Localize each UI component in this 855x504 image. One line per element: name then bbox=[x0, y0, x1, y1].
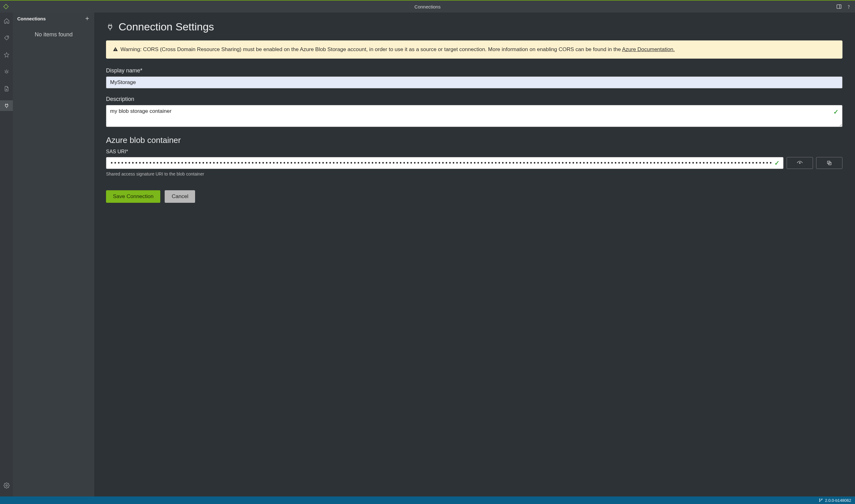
svg-marker-5 bbox=[4, 53, 9, 57]
window-title: Connections bbox=[0, 4, 855, 10]
svg-point-3 bbox=[849, 8, 849, 8]
nav-home[interactable] bbox=[0, 16, 13, 26]
display-name-input[interactable] bbox=[106, 76, 842, 88]
cors-warning-text: Warning: CORS (Cross Domain Resource Sha… bbox=[120, 47, 622, 52]
nav-rail bbox=[0, 13, 13, 497]
check-icon: ✓ bbox=[774, 159, 780, 167]
warning-icon bbox=[113, 47, 118, 52]
nav-insights[interactable] bbox=[0, 67, 13, 77]
nav-tags[interactable] bbox=[0, 33, 13, 43]
display-name-label: Display name* bbox=[106, 67, 842, 74]
nav-star[interactable] bbox=[0, 50, 13, 60]
add-connection-button[interactable] bbox=[84, 16, 90, 21]
nav-settings[interactable] bbox=[0, 480, 13, 491]
svg-line-9 bbox=[8, 70, 8, 71]
svg-point-20 bbox=[819, 499, 820, 499]
connections-empty-message: No items found bbox=[13, 31, 94, 38]
svg-point-14 bbox=[6, 485, 7, 486]
content-area: Connection Settings Warning: CORS (Cross… bbox=[95, 13, 855, 497]
description-input[interactable]: my blob storage container bbox=[106, 105, 842, 127]
svg-point-21 bbox=[819, 501, 820, 502]
svg-line-8 bbox=[5, 70, 5, 71]
branch-icon bbox=[819, 498, 823, 502]
sas-uri-input[interactable] bbox=[106, 157, 784, 169]
description-label: Description bbox=[106, 96, 842, 103]
svg-point-6 bbox=[5, 71, 7, 73]
copy-icon bbox=[826, 160, 832, 166]
svg-point-17 bbox=[799, 162, 800, 163]
svg-marker-0 bbox=[4, 4, 8, 9]
app-logo-icon bbox=[3, 4, 9, 10]
sas-uri-hint: Shared access signature URI to the blob … bbox=[106, 172, 842, 177]
toggle-visibility-button[interactable] bbox=[787, 157, 813, 169]
save-connection-button[interactable]: Save Connection bbox=[106, 190, 160, 203]
connections-panel-title: Connections bbox=[17, 16, 46, 21]
svg-point-4 bbox=[7, 37, 8, 37]
page-title: Connection Settings bbox=[119, 21, 214, 33]
nav-file-add[interactable] bbox=[0, 83, 13, 94]
cors-warning-banner: Warning: CORS (Cross Domain Resource Sha… bbox=[106, 40, 842, 59]
plug-icon bbox=[106, 22, 114, 32]
check-icon: ✓ bbox=[833, 108, 839, 116]
titlebar: Connections bbox=[0, 0, 855, 13]
status-bar: 2.0.0-b148062 bbox=[0, 497, 855, 504]
azure-docs-link[interactable]: Azure Documentation. bbox=[622, 47, 675, 52]
version-label: 2.0.0-b148062 bbox=[825, 498, 851, 503]
eye-icon bbox=[797, 160, 803, 166]
sas-uri-label: SAS URI* bbox=[106, 149, 842, 155]
provider-section-title: Azure blob container bbox=[106, 136, 842, 145]
connections-panel: Connections No items found bbox=[13, 13, 95, 497]
panel-toggle-icon[interactable] bbox=[836, 4, 842, 10]
svg-point-22 bbox=[821, 499, 822, 499]
cancel-button[interactable]: Cancel bbox=[165, 190, 195, 203]
svg-rect-1 bbox=[837, 5, 841, 8]
help-icon[interactable] bbox=[846, 4, 851, 10]
nav-connections[interactable] bbox=[0, 100, 13, 111]
copy-button[interactable] bbox=[816, 157, 842, 169]
